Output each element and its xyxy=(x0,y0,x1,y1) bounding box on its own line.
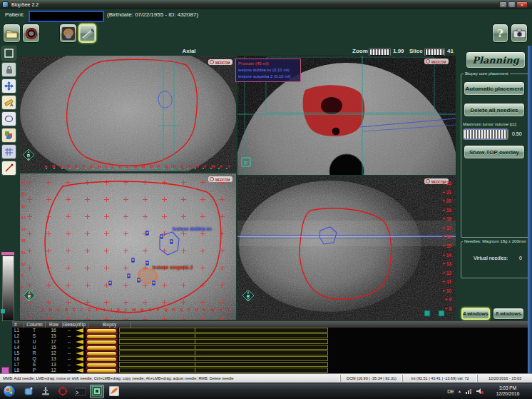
depth-scale-labels: + 22+ 21+ 20+ 19+ 18+ 17+ 16+ 15+ 14+ 13… xyxy=(431,181,451,311)
move-tool-button[interactable] xyxy=(1,79,16,94)
view-orientation-label: Axial xyxy=(171,48,207,54)
taskbar-app-4[interactable] xyxy=(73,385,87,398)
virtual-needles-value: 0 xyxy=(519,256,522,261)
taskbar-app-3[interactable] xyxy=(56,385,70,398)
svg-text:A: A xyxy=(10,103,14,107)
biopsy-core-bar xyxy=(119,356,328,361)
snapshot-button[interactable] xyxy=(511,24,528,43)
needle-table: # Column Row Gleason Tip Biopsy L1T16--L… xyxy=(12,321,528,373)
table-row[interactable]: L8P12-- xyxy=(12,368,528,373)
view-axial[interactable]: MEDCOM ABCDEFGHIJKLMNOPQRSTUVWXY A R P xyxy=(20,56,236,171)
structure-volume-overlay[interactable]: Prostate (45 ml)lesione dubbia sx (0.10 … xyxy=(235,59,301,82)
clock-date: 12/20/2016 xyxy=(488,391,528,397)
table-row[interactable]: L2S15-- xyxy=(12,333,528,339)
group2-title: Needles: Magnum 18g x 200mm xyxy=(463,239,528,243)
axial-ultrasound-image: MEDCOM xyxy=(20,56,236,171)
view-sagittal[interactable]: MEDCOM + 22+ 21+ 20+ 19+ 18+ 17+ 16+ 15+… xyxy=(237,176,456,320)
maximize-button[interactable]: □ xyxy=(508,1,516,8)
folder-icon xyxy=(6,29,18,39)
template-cross-grid xyxy=(20,173,236,320)
grid-tool-button[interactable] xyxy=(1,144,16,159)
close-button[interactable]: × xyxy=(516,1,528,8)
select-tool-button[interactable] xyxy=(1,46,16,61)
slice-slider[interactable] xyxy=(425,49,444,56)
biopsy-core-bar xyxy=(119,345,328,350)
planning-mode-button[interactable]: Planning xyxy=(466,51,526,69)
help-button[interactable]: ? xyxy=(492,24,508,43)
urethra-marker xyxy=(332,127,340,136)
biopsee-app-icon xyxy=(92,386,102,396)
ruler-icon: A xyxy=(4,98,14,107)
max-tumor-volume-slider[interactable] xyxy=(464,129,508,139)
measure-tool-button[interactable]: A xyxy=(1,95,16,110)
eight-windows-button[interactable]: 8 windows xyxy=(493,308,524,320)
automatic-placement-button[interactable]: Automatic placement xyxy=(464,81,525,96)
taskbar-app-5[interactable] xyxy=(107,385,121,398)
overlay-box-lines: Prostate (45 ml)lesione dubbia sx (0.10 … xyxy=(238,61,298,80)
prostate-model-button[interactable] xyxy=(59,24,77,43)
table-row[interactable]: L6Q13-- xyxy=(12,356,528,362)
palette-tool-button[interactable] xyxy=(1,128,16,143)
patient-name-input[interactable] xyxy=(29,11,104,22)
overlay-line: lesione sospetta 2 (0.10 ml) xyxy=(238,74,298,80)
prostate-model-icon xyxy=(62,27,75,40)
taskbar-app-biopsee[interactable] xyxy=(90,385,104,398)
orientation-compass: A R P xyxy=(22,148,35,161)
overlay-line: lesione dubbia sx (0.10 ml) xyxy=(238,67,298,74)
sagittal-ultrasound-image: MEDCOM xyxy=(237,176,456,320)
table-row[interactable]: L3U17-- xyxy=(12,339,528,345)
table-row[interactable]: L5R12-- xyxy=(12,350,528,356)
delete-all-needles-button[interactable]: Delete all needles xyxy=(464,103,525,117)
biopsy-core-bar xyxy=(119,328,328,333)
needle-tip-icon xyxy=(76,368,83,373)
app-icon xyxy=(2,1,9,8)
taskbar-clock[interactable]: 3:03 PM 12/20/2016 xyxy=(488,385,528,397)
needle-tip-icon xyxy=(76,328,83,333)
col-header-tip: Tip xyxy=(76,321,88,328)
status-help-text: MMB: Add needle; LMB+drag: move or shift… xyxy=(0,376,340,380)
contour-segmentation-button[interactable] xyxy=(22,24,40,43)
windows-flag-icon xyxy=(6,388,13,395)
zoom-slider[interactable] xyxy=(369,49,390,56)
volume-icon[interactable] xyxy=(476,388,484,395)
status-int-coords: Int (92.51 | 43.41 | -13.69) val: 72 xyxy=(402,375,477,382)
col-header-id: # xyxy=(12,321,24,328)
lock-tool-button[interactable] xyxy=(1,62,16,77)
grid-icon xyxy=(4,147,14,156)
open-patient-button[interactable] xyxy=(3,24,21,43)
minimize-button[interactable]: – xyxy=(499,1,507,8)
window-low-marker[interactable] xyxy=(1,309,5,313)
needles-icon xyxy=(81,27,94,40)
window-title: BiopSee 2.2 xyxy=(11,0,39,9)
start-button[interactable] xyxy=(3,385,16,398)
needle-tip-icon xyxy=(76,357,83,361)
table-row[interactable]: L1T16-- xyxy=(12,328,528,333)
square-select-icon xyxy=(4,49,14,58)
table-row[interactable]: L7S13-- xyxy=(12,362,528,368)
ellipse-tool-button[interactable] xyxy=(1,111,16,126)
window-border-right xyxy=(528,46,532,381)
needle-tool-button[interactable] xyxy=(1,161,16,176)
hidden-icons-arrow[interactable]: ▲ xyxy=(458,389,461,393)
needle-table-rows: L1T16--L2S15--L3U17--L4U15--L5R12--L6Q13… xyxy=(12,328,528,373)
orientation-compass: A R P xyxy=(23,289,36,302)
patient-details: (Birthdate: 07/22/1955 - ID: 432087) xyxy=(107,11,198,18)
svg-text:P: P xyxy=(28,298,30,302)
target-icon xyxy=(58,386,68,396)
view-template-grid[interactable]: MEDCOM lesione dubbia sx lesione sospett… xyxy=(20,173,236,320)
svg-text:MEDCOM: MEDCOM xyxy=(431,61,446,64)
console-icon xyxy=(75,387,86,396)
table-row[interactable]: L4U15-- xyxy=(12,345,528,350)
system-tray: DE ▲ × 3:03 PM 12/20/2016 xyxy=(447,385,532,397)
show-top-overlay-button[interactable]: Show TOP overlay xyxy=(464,145,525,159)
window-level-marker[interactable] xyxy=(1,252,14,255)
needle-planning-button[interactable] xyxy=(78,24,96,43)
prostate-contour-icon xyxy=(25,27,38,40)
needle-tip-icon xyxy=(76,340,83,344)
language-indicator[interactable]: DE xyxy=(447,389,454,394)
taskbar-app-2[interactable] xyxy=(39,385,53,398)
max-tumor-volume-label: Maximum tumor volume [cc] xyxy=(463,122,516,126)
four-windows-button[interactable]: 4 windows xyxy=(461,308,490,320)
taskbar-app-1[interactable] xyxy=(21,385,36,398)
network-icon[interactable]: × xyxy=(465,388,473,395)
